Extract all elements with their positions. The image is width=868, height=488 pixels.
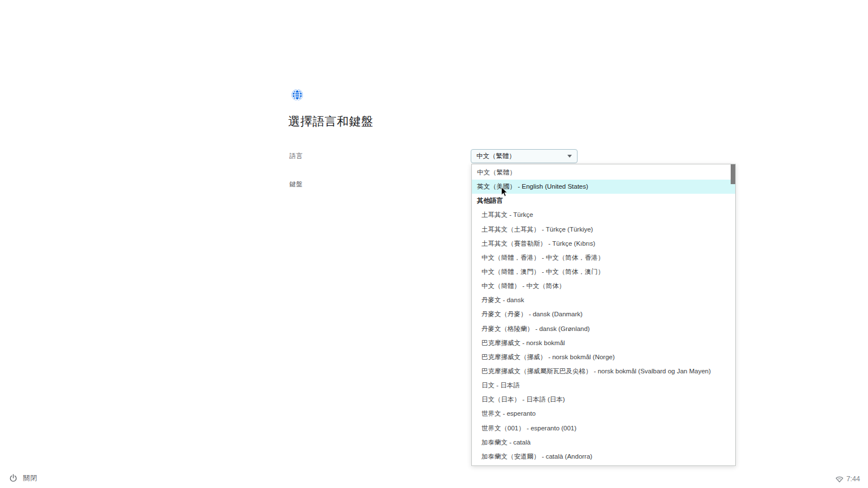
language-option-highlighted[interactable]: 英文（美國） - English (United States) [472,180,735,194]
language-option[interactable]: 世界文 - esperanto [472,407,735,421]
language-option[interactable]: 中文（簡體） - 中文（简体） [472,279,735,293]
power-icon [9,474,18,482]
globe-icon [290,88,304,102]
language-option[interactable]: 加泰蘭文（安道爾） - català (Andorra) [472,450,735,464]
status-tray: 7:44 [835,475,860,483]
language-option[interactable]: 丹麥文（格陵蘭） - dansk (Grønland) [472,322,735,336]
shutdown-label: 關閉 [23,473,37,483]
language-option[interactable]: 土耳其文（土耳其） - Türkçe (Türkiye) [472,223,735,237]
language-option[interactable]: 土耳其文 - Türkçe [472,208,735,222]
language-option[interactable]: 丹麥文（丹麥） - dansk (Danmark) [472,307,735,321]
language-option[interactable]: 土耳其文（賽普勒斯） - Türkçe (Kıbrıs) [472,237,735,251]
language-option[interactable]: 日文 - 日本語 [472,378,735,393]
wifi-icon [835,476,844,483]
clock: 7:44 [847,475,860,483]
chevron-down-icon [567,155,572,158]
language-option[interactable]: 日文（日本） - 日本語 (日本) [472,393,735,407]
language-option[interactable]: 巴克摩挪威文 - norsk bokmål [472,336,735,350]
language-group-header: 其他語言 [472,194,735,208]
shutdown-button[interactable]: 關閉 [9,473,37,483]
page-title: 選擇語言和鍵盤 [288,114,374,129]
language-option[interactable]: 巴克摩挪威文（挪威屬斯瓦巴及尖棉） - norsk bokmål (Svalba… [472,364,735,378]
keyboard-label: 鍵盤 [289,180,303,189]
language-option[interactable]: 中文（繁體） [472,165,735,180]
language-select-value: 中文（繁體） [476,152,515,160]
mouse-cursor [501,187,508,197]
language-option[interactable]: 加泰蘭文 - català [472,435,735,450]
language-option[interactable]: 巴克摩挪威文（挪威） - norsk bokmål (Norge) [472,350,735,364]
language-option[interactable]: 中文（簡體，澳門） - 中文（简体，澳门） [472,265,735,279]
language-option[interactable]: 世界文（001） - esperanto (001) [472,421,735,435]
scrollbar-thumb[interactable] [731,164,735,184]
language-option[interactable]: 中文（簡體，香港） - 中文（简体，香港） [472,251,735,265]
language-select[interactable]: 中文（繁體） [471,149,578,163]
language-label: 語言 [289,152,303,160]
language-dropdown-list: 中文（繁體） 英文（美國） - English (United States) … [471,164,736,466]
language-option[interactable]: 丹麥文 - dansk [472,293,735,307]
